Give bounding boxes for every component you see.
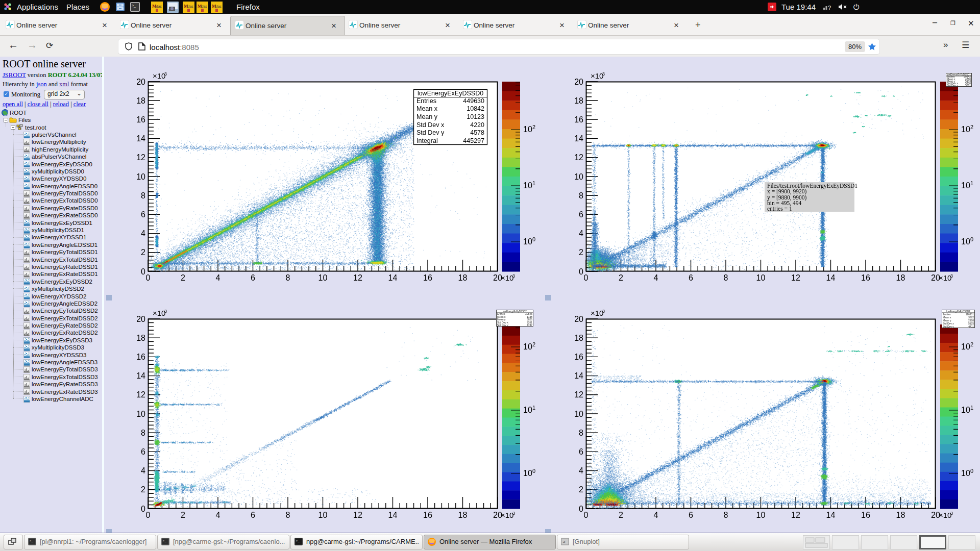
svg-text:idas: idas <box>201 5 207 8</box>
svg-text:?: ? <box>828 5 831 11</box>
svg-text:idas: idas <box>187 5 193 8</box>
svg-text:⊿: ⊿ <box>562 540 566 543</box>
svg-text:>_: >_ <box>163 539 167 542</box>
svg-text:>_: >_ <box>30 539 34 542</box>
svg-text:>_: >_ <box>296 539 300 542</box>
svg-text:idas: idas <box>155 5 162 8</box>
svg-text:>_: >_ <box>132 4 136 8</box>
svg-text:idas: idas <box>215 5 222 8</box>
